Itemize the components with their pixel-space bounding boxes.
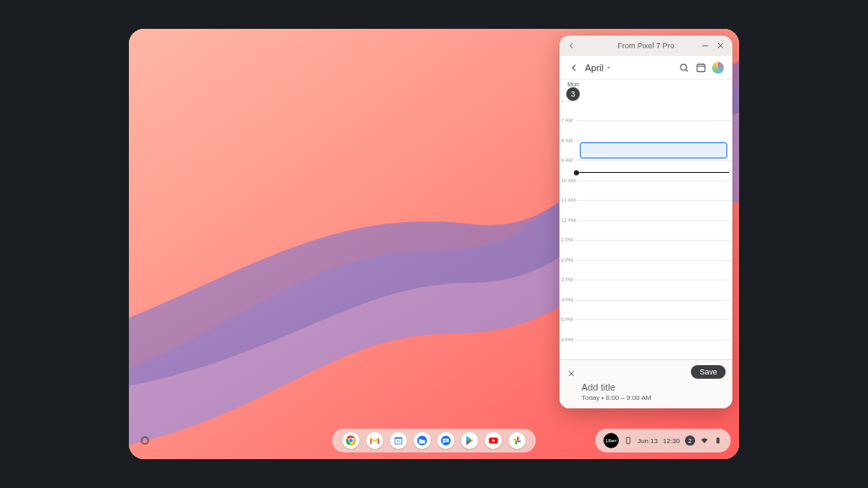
account-avatar[interactable] [712,62,724,74]
svg-rect-15 [716,438,719,443]
back-icon[interactable] [566,41,576,51]
shelf-pinned-apps: 31 [332,429,536,452]
hour-row[interactable]: 3 PM [559,280,732,299]
today-icon[interactable] [695,62,707,74]
shelf-date[interactable]: Jun 13 [637,437,658,445]
phone-stream-window: From Pixel 7 Pro April [559,36,732,408]
day-header: Mon 3 [559,80,732,101]
app-youtube[interactable] [485,432,502,449]
hour-row[interactable]: 6 PM [559,340,732,359]
day-of-week-label: Mon [565,81,581,87]
search-icon[interactable] [678,62,690,74]
nav-back-icon[interactable] [568,62,580,74]
window-titlebar[interactable]: From Pixel 7 Pro [559,36,732,56]
app-files[interactable] [414,432,431,449]
shelf-time[interactable]: 12:30 [663,437,680,445]
app-messages[interactable] [437,432,454,449]
close-icon[interactable] [715,41,726,51]
uber-app-indicator[interactable]: Uber [604,433,619,448]
phone-icon[interactable] [624,433,632,448]
svg-rect-2 [697,64,704,71]
hour-row[interactable]: 10 AM [559,180,732,200]
chromeos-desktop: From Pixel 7 Pro April [129,29,739,459]
launcher-button[interactable] [141,436,149,445]
event-title-input[interactable]: Add title [581,382,726,392]
app-calendar[interactable]: 31 [390,432,407,449]
status-tray[interactable]: Uber Jun 13 12:30 2 [595,429,731,452]
new-event-block[interactable] [580,142,727,158]
shelf: 31 Uber Jun 13 [137,429,731,452]
app-photos[interactable] [509,432,526,449]
hour-label: 6 AM [561,101,575,103]
quick-add-sheet: Save Add title Today • 8:00 – 9:00 AM [559,359,732,408]
hour-row[interactable]: 1 PM [559,240,732,259]
hour-row[interactable]: 9 AM [559,160,732,180]
save-button[interactable]: Save [691,365,726,379]
day-timeline[interactable]: 6 PM5 PM4 PM3 PM2 PM1 PM12 PM11 AM10 AM9… [559,101,732,359]
dismiss-icon[interactable] [566,367,576,377]
day-number-badge[interactable]: 3 [566,87,580,101]
app-chrome[interactable] [342,432,359,449]
hour-row[interactable]: 5 PM [559,319,732,339]
battery-icon[interactable] [714,436,722,445]
current-time-indicator [578,172,729,173]
svg-rect-16 [717,437,719,438]
month-picker[interactable]: April [585,63,612,73]
hour-row[interactable]: 12 PM [559,220,732,240]
hour-row[interactable]: 2 PM [559,260,732,280]
event-time-label[interactable]: Today • 8:00 – 9:00 AM [581,394,726,402]
hour-row[interactable]: 11 AM [559,200,732,219]
calendar-app-header: April [559,56,732,80]
hour-row[interactable]: 4 PM [559,300,732,319]
hour-row[interactable]: 6 AM [559,101,732,120]
network-status[interactable] [700,436,709,445]
svg-text:31: 31 [397,439,401,443]
hour-row[interactable]: 7 AM [559,120,732,140]
svg-point-1 [681,64,687,69]
app-play-store[interactable] [461,432,478,449]
minimize-icon[interactable] [700,41,710,51]
notification-badge[interactable]: 2 [685,435,695,446]
app-gmail[interactable] [366,432,383,449]
